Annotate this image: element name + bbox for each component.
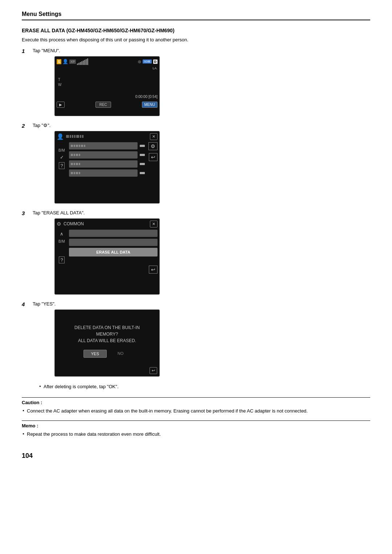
menu-row-3 <box>69 160 145 168</box>
up-caret-icon: ∧ <box>60 231 64 237</box>
gear-icon: ⚙ <box>57 221 61 227</box>
common-label: COMMON <box>64 221 150 226</box>
menu-item-1 <box>69 230 158 237</box>
back-icon-3[interactable]: ↩ <box>149 266 158 274</box>
question-icon: ? <box>59 257 64 263</box>
la-label: LA. <box>57 66 158 70</box>
confirm-line1: DELETE DATA ON THE BUILT-IN <box>74 324 140 331</box>
step-1: 1 Tap "MENU". S 👤 XP <box>22 48 370 116</box>
s-icon: S <box>57 59 61 64</box>
menu-person-icon: 👤 <box>57 133 64 140</box>
d-icon: D <box>153 59 158 64</box>
caution-label: Caution : <box>22 400 370 405</box>
memo-text: Repeat the process to make data restorat… <box>27 431 370 438</box>
back-icon-4[interactable]: ↩ <box>150 367 157 374</box>
step-2: 2 Tap "⚙". 👤 <box>22 123 370 204</box>
camera-screen-4: DELETE DATA ON THE BUILT-IN MEMORY? ALL … <box>54 309 160 377</box>
menu-row-4 <box>69 169 145 177</box>
confirm-line3: ALL DATA WILL BE ERASED. <box>74 337 140 344</box>
erase-all-data-btn[interactable]: ERASE ALL DATA <box>69 248 158 257</box>
memo-section: Memo : Repeat the process to make data r… <box>22 420 370 438</box>
t-label: T <box>58 77 158 82</box>
memo-label: Memo : <box>22 423 370 428</box>
rec-button[interactable]: REC <box>95 102 111 108</box>
bm-icon: B/M <box>58 239 65 243</box>
page-number: 104 <box>22 452 370 460</box>
camera-screen-1: S 👤 XP <box>54 56 160 116</box>
signal-bars <box>77 58 88 65</box>
step-3: 3 Tap "ERASE ALL DATA". ⚙ COMMON ✕ ∧ B/M… <box>22 210 370 295</box>
after-note: After deleting is complete, tap "OK". <box>44 383 370 390</box>
step-3-text: Tap "ERASE ALL DATA". <box>33 210 370 216</box>
no-button[interactable]: NO <box>110 350 131 358</box>
close-button-3[interactable]: ✕ <box>150 221 158 227</box>
page-title: Menu Settings <box>22 11 61 17</box>
step-4-text: Tap "YES". <box>33 301 370 307</box>
erase-all-data-label: ERASE ALL DATA <box>96 250 130 254</box>
close-button[interactable]: ✕ <box>150 133 158 140</box>
time-display: 0:00:00 [0:54] <box>57 95 158 99</box>
menu-row-1 <box>69 142 145 149</box>
caution-section: Caution : Connect the AC adapter when er… <box>22 397 370 415</box>
menu-row-2 <box>69 151 145 159</box>
menu-row-icon-q: ? <box>59 162 64 169</box>
back-icon-2[interactable]: ↩ <box>149 153 158 161</box>
section-desc: Execute this process when disposing of t… <box>22 36 370 44</box>
gear-settings-icon[interactable]: ⚙ <box>148 142 158 150</box>
section-title: ERASE ALL DATA (GZ-HM450/GZ-HM650/GZ-HM6… <box>22 28 370 33</box>
w-label: W <box>58 82 158 87</box>
menu-row-icon-slash: B/M <box>58 148 65 152</box>
step-1-text: Tap "MENU". <box>33 48 370 53</box>
camera-screen-3: ⚙ COMMON ✕ ∧ B/M ? <box>54 218 160 295</box>
caution-text: Connect the AC adapter when erasing all … <box>27 407 370 415</box>
camera-screen-2: 👤 ✕ <box>54 131 160 204</box>
play-button[interactable]: ▶ <box>57 102 65 108</box>
step-3-number: 3 <box>22 210 29 216</box>
wireless-icon: ◎ <box>138 59 141 63</box>
step-2-text: Tap "⚙". <box>33 123 370 128</box>
step-2-number: 2 <box>22 123 29 129</box>
yes-button[interactable]: YES <box>83 350 107 358</box>
menu-button[interactable]: MENU <box>142 102 158 108</box>
menu-row-icon-1 <box>61 142 62 146</box>
step-4-number: 4 <box>22 301 29 307</box>
menu-row-icon-check: ✓ <box>60 155 64 160</box>
step-4: 4 Tap "YES". DELETE DATA ON THE BUILT-IN… <box>22 301 370 377</box>
page-header: Menu Settings <box>22 11 370 20</box>
person-icon: 👤 <box>62 59 68 64</box>
confirm-line2: MEMORY? <box>74 331 140 337</box>
menu-item-2 <box>69 239 158 246</box>
confirm-text: DELETE DATA ON THE BUILT-IN MEMORY? ALL … <box>74 324 140 344</box>
xp-icon: XP <box>69 59 76 64</box>
sd-icon: SD⊞ <box>143 59 151 63</box>
step-1-number: 1 <box>22 48 29 54</box>
